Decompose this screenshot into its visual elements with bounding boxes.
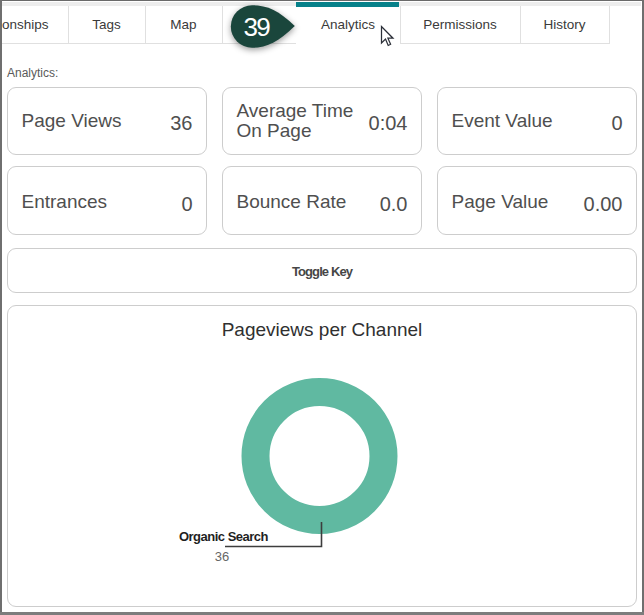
svg-text:39: 39 [244, 12, 271, 42]
